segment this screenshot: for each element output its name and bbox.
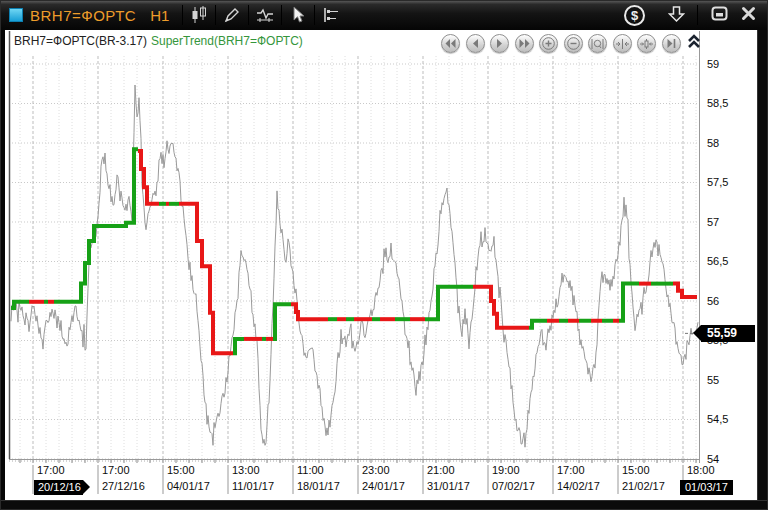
x-axis-date-label: 07/02/17 bbox=[492, 480, 535, 492]
close-window-button[interactable] bbox=[737, 4, 759, 26]
title-bar: BRH7=ФОРТС H1 $ bbox=[1, 1, 768, 29]
chevron-double-up-icon bbox=[687, 34, 701, 49]
chart-type-candles-icon bbox=[190, 6, 209, 24]
y-axis-label: 59 bbox=[707, 58, 719, 70]
cursor-button[interactable] bbox=[285, 3, 311, 27]
y-axis-label: 57,5 bbox=[707, 176, 728, 188]
indicator-button[interactable] bbox=[252, 3, 278, 27]
x-axis-date-label: 24/01/17 bbox=[362, 480, 405, 492]
x-axis-date-label: 20/12/16 bbox=[34, 480, 83, 495]
toolbar-separator bbox=[281, 5, 282, 25]
bar-width-button[interactable] bbox=[637, 34, 656, 53]
window-right-frame bbox=[757, 30, 768, 510]
step-back-icon bbox=[472, 39, 479, 48]
fast-forward-icon bbox=[519, 39, 530, 48]
indicator-icon bbox=[255, 6, 275, 24]
y-axis-label: 58,5 bbox=[707, 97, 728, 109]
chart-plot-area[interactable] bbox=[9, 53, 699, 459]
chart-type-candles-button[interactable] bbox=[186, 3, 212, 27]
y-axis-label: 58 bbox=[707, 137, 719, 149]
y-axis-label: 57 bbox=[707, 216, 719, 228]
x-axis-date-label: 04/01/17 bbox=[167, 480, 210, 492]
y-axis-label: 55 bbox=[707, 374, 719, 386]
fast-forward-button[interactable] bbox=[515, 34, 534, 53]
x-axis-date-label: 18/01/17 bbox=[297, 480, 340, 492]
y-axis-label: 56,5 bbox=[707, 255, 728, 267]
toolbar-separator bbox=[215, 5, 216, 25]
x-axis-time-label: 11:00 bbox=[297, 464, 324, 476]
x-axis-time-label: 15:00 bbox=[167, 464, 195, 476]
toolbar-separator bbox=[697, 5, 698, 25]
step-forward-button[interactable] bbox=[490, 34, 509, 53]
x-axis-time-label: 17:00 bbox=[102, 464, 130, 476]
trading-chart-window: BRH7=ФОРТС H1 $ BRH7=ФОРТС(BR-3.17) Supe… bbox=[0, 0, 768, 510]
y-axis-label: 56 bbox=[707, 295, 719, 307]
y-axis-label: 54,5 bbox=[707, 413, 728, 425]
fast-rewind-button[interactable] bbox=[441, 34, 460, 53]
draw-pencil-icon bbox=[223, 6, 241, 24]
download-arrow-icon bbox=[668, 5, 685, 26]
x-axis-time-label: 23:00 bbox=[362, 464, 390, 476]
window-title: BRH7=ФОРТС bbox=[30, 7, 136, 24]
x-axis-time-label: 13:00 bbox=[232, 464, 260, 476]
go-to-end-icon bbox=[667, 39, 676, 48]
fast-rewind-icon bbox=[445, 39, 456, 48]
x-axis-date-label: 01/03/17 bbox=[680, 480, 733, 495]
x-axis-time-label: 17:00 bbox=[557, 464, 585, 476]
market-depth-icon bbox=[321, 6, 341, 24]
zoom-out-button[interactable] bbox=[564, 34, 583, 53]
timeframe-label: H1 bbox=[150, 7, 169, 24]
download-arrow-button[interactable] bbox=[665, 4, 687, 26]
dollar-coin-button[interactable]: $ bbox=[624, 5, 645, 26]
x-axis-date-label: 27/12/16 bbox=[102, 480, 145, 492]
x-axis-time-label: 21:00 bbox=[427, 464, 455, 476]
draw-pencil-button[interactable] bbox=[219, 3, 245, 27]
x-axis-time-label: 18:00 bbox=[687, 464, 715, 476]
close-window-icon bbox=[741, 6, 756, 24]
toolbar-separator bbox=[182, 5, 183, 25]
x-axis-time-label: 15:00 bbox=[622, 464, 650, 476]
go-to-end-button[interactable] bbox=[662, 34, 681, 53]
compress-scale-button[interactable] bbox=[613, 34, 632, 53]
bar-width-icon bbox=[640, 39, 653, 49]
step-back-button[interactable] bbox=[466, 34, 485, 53]
y-axis-label: 54 bbox=[707, 453, 719, 465]
legend-indicator: SuperTrend(BRH7=ФОРТС) bbox=[151, 34, 303, 48]
zoom-in-icon bbox=[542, 37, 555, 50]
x-axis-date-label: 31/01/17 bbox=[427, 480, 470, 492]
zoom-range-button[interactable] bbox=[588, 34, 607, 53]
dollar-coin-icon: $ bbox=[631, 8, 638, 23]
toolbar-separator bbox=[314, 5, 315, 25]
toolbar-separator bbox=[248, 5, 249, 25]
window-bottom-frame bbox=[1, 500, 768, 510]
x-axis-date-label: 14/02/17 bbox=[557, 480, 600, 492]
x-axis-date-label: 11/01/17 bbox=[232, 480, 274, 492]
current-price-tag: 55,59 bbox=[701, 325, 755, 342]
zoom-in-button[interactable] bbox=[539, 34, 558, 53]
legend-instrument: BRH7=ФОРТС(BR-3.17) bbox=[14, 34, 147, 48]
restore-window-button[interactable] bbox=[708, 4, 730, 26]
restore-window-icon bbox=[711, 6, 728, 24]
step-forward-icon bbox=[496, 39, 503, 48]
x-axis-date-label: 21/02/17 bbox=[622, 480, 665, 492]
zoom-range-icon bbox=[591, 38, 604, 50]
x-axis-time-label: 19:00 bbox=[492, 464, 520, 476]
chart-nav-toolbar bbox=[441, 34, 681, 53]
x-axis-time-label: 17:00 bbox=[37, 464, 65, 476]
cursor-icon bbox=[290, 6, 306, 24]
app-icon bbox=[9, 8, 23, 22]
collapse-panel-button[interactable] bbox=[687, 34, 701, 49]
market-depth-button[interactable] bbox=[318, 3, 344, 27]
zoom-out-icon bbox=[567, 37, 580, 50]
compress-scale-icon bbox=[616, 39, 629, 49]
